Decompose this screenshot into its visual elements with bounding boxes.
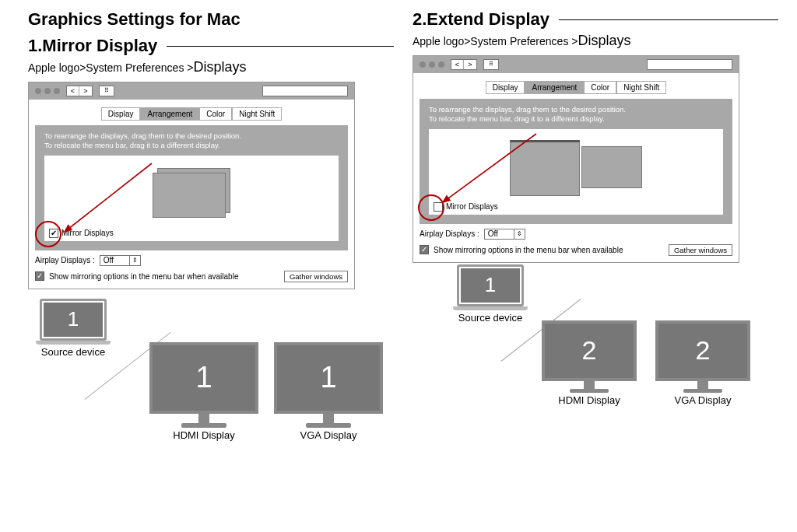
mirror-displays-checkbox[interactable] xyxy=(434,202,443,212)
prefs-window-mirror: <> ⠿ Display Arrangement Color Night Shi… xyxy=(28,82,355,289)
section-title-extend: 2.Extend Display xyxy=(413,9,549,30)
tabs-mirror: Display Arrangement Color Night Shift xyxy=(35,107,348,121)
display-canvas[interactable]: ✔ Mirror Displays xyxy=(44,156,339,241)
tab-color[interactable]: Color xyxy=(199,107,232,121)
hdmi-display-icon: 1 HDMI Display xyxy=(149,342,258,441)
svg-line-0 xyxy=(65,163,152,232)
tabs-extend: Display Arrangement Color Night Shift xyxy=(420,81,732,94)
arrangement-panel: To rearrange the displays, drag them to … xyxy=(420,99,732,224)
gather-windows-button[interactable]: Gather windows xyxy=(284,271,348,282)
page-title: Graphics Settings for Mac xyxy=(28,9,394,30)
source-device-icon: 1 Source device xyxy=(453,264,528,324)
airplay-select[interactable]: Off⇕ xyxy=(100,255,141,266)
vga-display-icon: 1 VGA Display xyxy=(274,342,383,441)
gather-windows-button[interactable]: Gather windows xyxy=(669,244,732,256)
prefs-window-extend: <> ⠿ Display Arrangement Color Night Shi… xyxy=(413,55,739,263)
search-input[interactable] xyxy=(647,59,732,70)
section-rule xyxy=(559,19,778,20)
tab-display[interactable]: Display xyxy=(101,107,141,121)
show-mirroring-label: Show mirroring options in the menu bar w… xyxy=(434,246,623,254)
show-mirroring-label: Show mirroring options in the menu bar w… xyxy=(49,272,238,281)
annotation-arrow-icon xyxy=(58,160,167,238)
tab-night-shift[interactable]: Night Shift xyxy=(232,107,282,121)
section-title-mirror: 1.Mirror Display xyxy=(28,36,157,56)
section-rule xyxy=(167,46,394,47)
show-all-icon[interactable]: ⠿ xyxy=(99,86,114,96)
traffic-lights[interactable] xyxy=(35,88,60,94)
diagram-extend: 1 Source device 2 HDMI Display 2 VGA Dis… xyxy=(413,269,778,432)
extended-displays-icon[interactable] xyxy=(437,140,715,196)
arrangement-panel: To rearrange the displays, drag them to … xyxy=(35,125,348,250)
mirror-displays-label: Mirror Displays xyxy=(61,229,114,237)
hint-text: To rearrange the displays, drag them to … xyxy=(44,131,339,151)
traffic-lights[interactable] xyxy=(420,61,444,68)
search-input[interactable] xyxy=(262,86,348,96)
tab-display[interactable]: Display xyxy=(486,81,525,94)
nav-back-forward[interactable]: <> xyxy=(66,86,93,96)
tab-night-shift[interactable]: Night Shift xyxy=(616,81,666,94)
breadcrumb-extend: Apple logo>System Preferences >Displays xyxy=(413,33,778,49)
mirror-displays-label: Mirror Displays xyxy=(446,202,498,211)
display-canvas[interactable]: Mirror Displays xyxy=(429,129,723,215)
airplay-label: Airplay Displays : xyxy=(420,229,479,238)
tab-color[interactable]: Color xyxy=(584,81,616,94)
tab-arrangement[interactable]: Arrangement xyxy=(140,107,199,121)
nav-back-forward[interactable]: <> xyxy=(451,59,477,70)
mirrored-displays-icon[interactable] xyxy=(153,168,230,218)
airplay-label: Airplay Displays : xyxy=(35,256,95,264)
mirror-displays-checkbox[interactable]: ✔ xyxy=(49,229,58,238)
show-mirroring-checkbox[interactable]: ✓ xyxy=(35,271,44,281)
diagram-mirror: 1 Source device 1 HDMI Display 1 VGA Dis… xyxy=(28,296,394,459)
source-device-icon: 1 Source device xyxy=(36,299,111,358)
show-mirroring-checkbox[interactable]: ✓ xyxy=(420,245,429,254)
tab-arrangement[interactable]: Arrangement xyxy=(525,81,584,94)
caret-icon: ⇕ xyxy=(514,229,525,239)
breadcrumb-mirror: Apple logo>System Preferences >Displays xyxy=(28,59,394,75)
titlebar: <> ⠿ xyxy=(413,56,739,73)
hdmi-display-icon: 2 HDMI Display xyxy=(542,320,637,406)
show-all-icon[interactable]: ⠿ xyxy=(483,59,499,70)
airplay-select[interactable]: Off⇕ xyxy=(484,229,525,240)
hint-text: To rearrange the displays, drag them to … xyxy=(429,105,723,124)
titlebar: <> ⠿ xyxy=(29,82,354,100)
vga-display-icon: 2 VGA Display xyxy=(655,320,750,406)
caret-icon: ⇕ xyxy=(129,256,140,265)
